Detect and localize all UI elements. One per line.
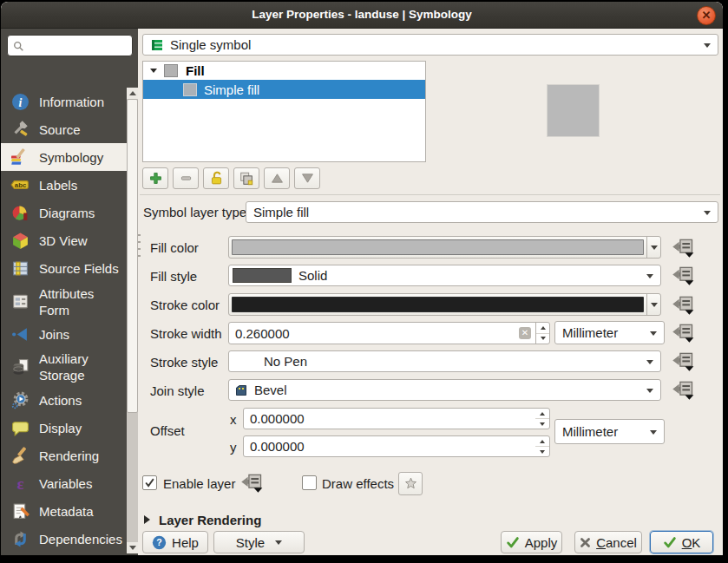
move-down-button[interactable] <box>294 167 320 189</box>
stroke-width-unit-value: Millimeter <box>562 325 618 340</box>
add-symbol-layer-button[interactable] <box>142 167 168 189</box>
symbol-preview <box>547 84 600 137</box>
join-style-override-button[interactable] <box>672 378 694 401</box>
offset-x-stepper[interactable] <box>535 409 549 429</box>
sidebar-item-source[interactable]: Source <box>1 115 127 143</box>
offset-unit-dropdown[interactable]: Millimeter <box>554 419 665 444</box>
scroll-down-icon[interactable] <box>127 542 138 553</box>
chevron-down-icon <box>646 389 653 396</box>
step-down-icon[interactable] <box>535 447 549 456</box>
step-down-icon[interactable] <box>536 334 549 344</box>
sidebar-item-attributes-form[interactable]: Attributes Form <box>1 283 127 320</box>
sidebar-item-variables[interactable]: ε Variables <box>1 470 127 498</box>
help-icon: ? <box>152 535 167 550</box>
tree-row-simple-fill[interactable]: Simple fill <box>143 80 425 99</box>
remove-symbol-layer-button[interactable] <box>173 167 199 189</box>
style-button[interactable]: Style <box>213 531 305 553</box>
duplicate-icon <box>239 171 254 187</box>
effects-options-button[interactable] <box>398 472 423 495</box>
titlebar[interactable]: Layer Properties - landuse | Symbology ✕ <box>1 2 723 29</box>
checkmark-icon <box>144 477 155 488</box>
sidebar-item-diagrams[interactable]: Diagrams <box>1 200 127 227</box>
stroke-color-swatch <box>232 297 644 312</box>
step-up-icon[interactable] <box>536 323 549 334</box>
sidebar-scrollbar[interactable] <box>127 88 138 553</box>
sidebar-search[interactable] <box>7 35 133 56</box>
close-button[interactable]: ✕ <box>697 6 716 25</box>
fill-color-button[interactable] <box>228 236 661 259</box>
enable-layer-label: Enable layer <box>163 476 235 491</box>
sidebar-item-label: Auxiliary Storage <box>39 350 127 383</box>
draw-effects-checkbox[interactable] <box>302 475 317 490</box>
stroke-width-spinbox[interactable]: 0.260000 ✕ <box>228 322 550 344</box>
apply-button[interactable]: Apply <box>501 531 562 553</box>
fill-style-dropdown[interactable]: Solid <box>228 265 661 286</box>
chevron-down-icon <box>646 360 653 368</box>
symbol-type-value: Single symbol <box>170 37 251 52</box>
stroke-color-override-button[interactable] <box>672 293 694 316</box>
fill-color-dropdown[interactable] <box>646 237 660 258</box>
auxiliary-storage-icon <box>10 358 30 376</box>
sidebar-item-source-fields[interactable]: Source Fields <box>1 255 127 283</box>
clear-icon[interactable]: ✕ <box>519 327 531 339</box>
stroke-color-button[interactable] <box>228 293 661 316</box>
style-label: Style <box>236 535 265 550</box>
sidebar-item-label: Source <box>39 121 127 138</box>
stroke-width-unit-dropdown[interactable]: Millimeter <box>554 321 665 344</box>
move-up-button[interactable] <box>264 167 290 189</box>
chevron-down-icon <box>650 430 657 438</box>
search-input[interactable] <box>28 39 127 53</box>
expand-right-caret-icon[interactable] <box>144 515 154 524</box>
splitter-handle[interactable] <box>138 234 141 257</box>
enable-layer-checkbox[interactable] <box>142 475 157 490</box>
offset-y-spinbox[interactable]: 0.000000 <box>243 435 550 457</box>
step-up-icon[interactable] <box>535 436 549 447</box>
sidebar-item-dependencies[interactable]: Dependencies <box>1 526 127 553</box>
sidebar-item-metadata[interactable]: Metadata <box>1 498 127 526</box>
stroke-color-dropdown[interactable] <box>646 294 660 315</box>
stroke-color-label: Stroke color <box>150 298 220 312</box>
check-icon <box>663 535 677 549</box>
sidebar-item-actions[interactable]: Actions <box>1 386 127 414</box>
ok-button[interactable]: OK <box>650 531 713 553</box>
fill-color-override-button[interactable] <box>672 236 694 259</box>
step-down-icon[interactable] <box>535 419 549 429</box>
scroll-up-icon[interactable] <box>127 88 138 99</box>
fill-style-label: Fill style <box>150 269 197 284</box>
stroke-style-override-button[interactable] <box>672 350 694 372</box>
sidebar-item-3d-view[interactable]: 3D View <box>1 227 127 255</box>
join-style-dropdown[interactable]: Bevel <box>228 379 661 401</box>
help-button[interactable]: ? Help <box>142 531 208 553</box>
offset-y-stepper[interactable] <box>535 436 549 456</box>
expand-caret-icon[interactable] <box>150 69 157 76</box>
sidebar-item-joins[interactable]: Joins <box>1 320 127 348</box>
sidebar-item-display[interactable]: Display <box>1 414 127 442</box>
symbol-layer-type-dropdown[interactable]: Simple fill <box>246 201 718 223</box>
lock-colors-button[interactable] <box>203 167 229 189</box>
arrow-down-icon <box>300 171 315 186</box>
stroke-width-override-button[interactable] <box>672 321 694 344</box>
arrow-up-icon <box>270 171 285 186</box>
cancel-button[interactable]: Cancel <box>574 531 642 553</box>
sidebar-item-information[interactable]: i Information <box>1 88 127 115</box>
minus-icon <box>179 171 193 186</box>
tree-row-fill[interactable]: Fill <box>143 62 425 80</box>
sidebar-item-rendering[interactable]: Rendering <box>1 442 127 469</box>
stroke-style-dropdown[interactable]: No Pen <box>228 350 661 372</box>
sidebar-item-symbology[interactable]: Symbology <box>1 143 127 171</box>
symbol-type-dropdown[interactable]: Single symbol <box>142 34 718 56</box>
sidebar-item-auxiliary-storage[interactable]: Auxiliary Storage <box>1 349 127 386</box>
plus-icon <box>148 171 163 186</box>
step-up-icon[interactable] <box>535 409 549 419</box>
source-icon <box>10 121 30 139</box>
layer-rendering-header[interactable]: Layer Rendering <box>159 513 261 527</box>
enable-layer-override-button[interactable] <box>240 471 263 494</box>
svg-text:?: ? <box>156 537 161 547</box>
duplicate-symbol-layer-button[interactable] <box>233 167 259 189</box>
offset-x-spinbox[interactable]: 0.000000 <box>243 408 550 429</box>
fill-style-override-button[interactable] <box>672 264 694 286</box>
scrollbar-thumb[interactable] <box>127 99 138 413</box>
stroke-width-stepper[interactable] <box>535 323 549 344</box>
sidebar-item-labels[interactable]: abc Labels <box>1 171 127 199</box>
attributes-form-icon <box>10 292 30 311</box>
